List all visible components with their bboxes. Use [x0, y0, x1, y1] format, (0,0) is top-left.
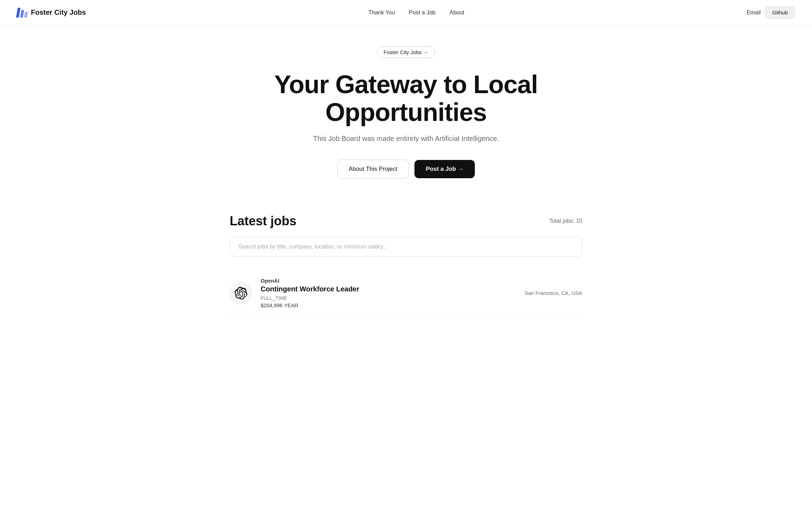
table-row[interactable]: OpenAI Contingent Workforce Leader FULL_…: [230, 268, 582, 318]
jobs-header: Latest jobs Total jobs: 15: [230, 214, 582, 228]
jobs-title: Latest jobs: [230, 214, 296, 228]
email-link[interactable]: Email: [747, 9, 761, 16]
navbar-right: Email Github: [747, 6, 795, 19]
hero-title: Your Gateway to Local Opportunities: [248, 71, 564, 126]
navbar: Foster City Jobs Thank You Post a Job Ab…: [0, 0, 812, 25]
job-salary: $204,996 YEAR: [261, 302, 516, 308]
about-project-button[interactable]: About This Project: [337, 160, 409, 179]
job-title[interactable]: Contingent Workforce Leader: [261, 285, 516, 293]
total-jobs-count: Total jobs: 15: [549, 218, 582, 224]
post-job-button[interactable]: Post a Job →: [414, 160, 475, 178]
nav-post-job[interactable]: Post a Job: [409, 9, 436, 16]
hero-section: Foster City Jobs → Your Gateway to Local…: [0, 25, 812, 207]
jobs-section: Latest jobs Total jobs: 15 OpenAI Contin…: [213, 207, 599, 340]
logo-icon: [17, 8, 27, 18]
search-input[interactable]: [230, 237, 582, 257]
nav-thank-you[interactable]: Thank You: [368, 9, 395, 16]
job-company: OpenAI: [261, 278, 516, 284]
navbar-center: Thank You Post a Job About: [368, 9, 464, 16]
job-location: San Francisco, CA, USA: [525, 290, 582, 296]
job-info: OpenAI Contingent Workforce Leader FULL_…: [261, 278, 516, 308]
navbar-left: Foster City Jobs: [17, 8, 86, 18]
logo-bar-1: [16, 8, 21, 18]
hero-badge[interactable]: Foster City Jobs →: [377, 46, 435, 58]
logo-bar-3: [24, 12, 28, 18]
github-button[interactable]: Github: [765, 6, 795, 19]
nav-about[interactable]: About: [450, 9, 464, 16]
company-logo: [230, 282, 252, 304]
hero-actions: About This Project Post a Job →: [337, 160, 475, 179]
job-type: FULL_TIME: [261, 295, 516, 301]
openai-icon: [235, 287, 247, 299]
logo-bar-2: [20, 10, 24, 18]
brand-link[interactable]: Foster City Jobs: [31, 8, 86, 17]
hero-subtitle: This Job Board was made entirely with Ar…: [313, 135, 499, 143]
